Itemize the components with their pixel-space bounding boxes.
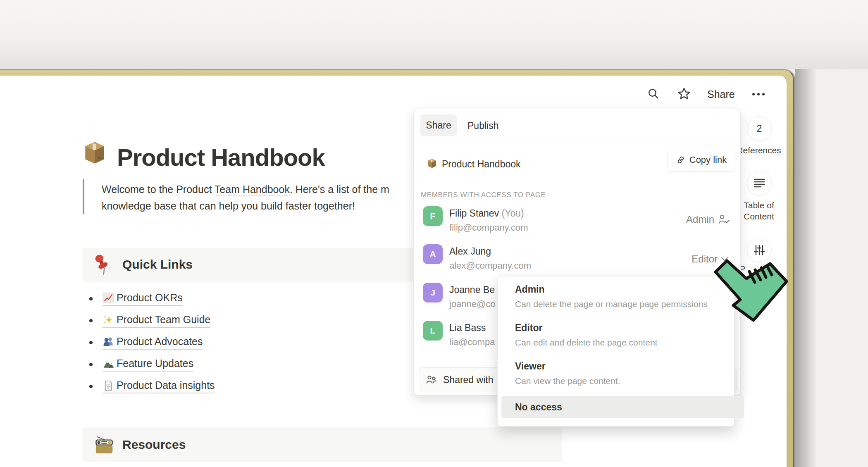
bullet-dot [89, 341, 93, 344]
member-email: filip@company.com [449, 222, 528, 233]
tab-publish[interactable]: Publish [467, 120, 498, 131]
member-name: Joanne Be [449, 284, 495, 295]
role-admin[interactable]: Admin [686, 214, 730, 225]
pushpin-icon [93, 254, 112, 275]
member-name: Alex Jung [449, 246, 491, 257]
avatar: F [423, 206, 443, 226]
quick-link-feature-updates[interactable]: Feature Updates [103, 357, 193, 372]
quick-link-product-okrs[interactable]: Product OKRs [103, 292, 183, 306]
role-dropdown-menu: Admin Can delete the page or manage page… [497, 276, 734, 426]
search-icon[interactable] [647, 87, 660, 100]
references-count: 2 [757, 123, 762, 134]
member-name: Lia Bass [449, 322, 486, 334]
avatar: L [423, 321, 443, 341]
share-button[interactable]: Share [707, 88, 735, 100]
member-name: Filip Stanev (You) [449, 208, 524, 219]
list-item: Product OKRs [89, 291, 183, 307]
mountain-icon [103, 358, 114, 369]
resources-heading: Resources [122, 438, 186, 452]
member-email: lia@compa [449, 337, 495, 348]
people-icon [426, 375, 437, 385]
quote-bar [83, 179, 84, 214]
list-item: Product Team Guide [89, 312, 210, 329]
dialog-divider [414, 141, 739, 141]
intro-line-1: Welcome to the Product Team Handbook. He… [102, 181, 389, 198]
quick-link-product-data-insights[interactable]: Product Data insights [103, 379, 215, 393]
chart-increasing-icon [103, 292, 114, 304]
cursor-hand-graphic [712, 259, 792, 327]
list-item: Product Data insights [89, 378, 215, 395]
more-options-icon[interactable] [751, 92, 768, 97]
bullet-dot [89, 363, 93, 366]
person-check-icon [718, 214, 730, 225]
desktop-background [0, 0, 868, 69]
radio-icon [93, 433, 115, 456]
window-drop-shadow [795, 69, 817, 467]
dropdown-option-editor[interactable]: Editor Can edit and delete the page cont… [515, 322, 657, 348]
package-icon-small [426, 157, 438, 169]
table-of-content-button[interactable] [747, 171, 772, 195]
copy-link-button[interactable]: Copy link [668, 148, 735, 172]
members-header: MEMBERS WITH ACCESS TO PAGE [421, 191, 546, 199]
member-email: alex@company.com [449, 260, 531, 271]
dropdown-option-admin[interactable]: Admin Can delete the page or manage page… [515, 284, 708, 309]
dropdown-option-no-access[interactable]: No access [501, 396, 744, 418]
quick-link-product-team-guide[interactable]: Product Team Guide [103, 314, 210, 328]
bullet-dot [89, 385, 93, 388]
dialog-page-title: Product Handbook [442, 159, 521, 170]
link-icon [676, 155, 685, 164]
member-row[interactable]: A Alex Jung alex@company.com Editor [414, 244, 739, 277]
package-icon [81, 139, 108, 166]
bullet-dot [89, 319, 93, 322]
favorite-star-icon[interactable] [677, 87, 691, 101]
sparkles-icon [103, 314, 114, 326]
screen: Share Product Handbook Welcome to the Pr… [0, 0, 868, 467]
quick-links-heading: Quick Links [122, 257, 193, 272]
page-title: Product Handbook [117, 143, 325, 171]
avatar: J [423, 283, 443, 303]
intro-line-2: knowledge base that can help you build f… [102, 198, 389, 214]
intro-link[interactable]: Team Handbook [215, 183, 290, 196]
page-document-icon [103, 380, 114, 391]
tab-share[interactable]: Share [420, 114, 457, 136]
avatar: A [423, 244, 443, 264]
quick-link-product-advocates[interactable]: Product Advocates [103, 336, 203, 350]
busts-in-silhouette-icon [103, 336, 114, 348]
intro-paragraph: Welcome to the Product Team Handbook. He… [102, 181, 389, 214]
bullet-dot [89, 297, 93, 300]
member-email: joanne@co [449, 299, 496, 310]
references-button[interactable]: 2 [747, 116, 772, 141]
dropdown-option-viewer[interactable]: Viewer Can view the page content. [515, 361, 620, 386]
list-item: Feature Updates [89, 356, 193, 373]
list-item: Product Advocates [89, 334, 203, 351]
toc-lines-icon [754, 179, 765, 188]
member-row[interactable]: F Filip Stanev (You) filip@company.com A… [414, 206, 739, 239]
sliders-icon [754, 245, 765, 255]
